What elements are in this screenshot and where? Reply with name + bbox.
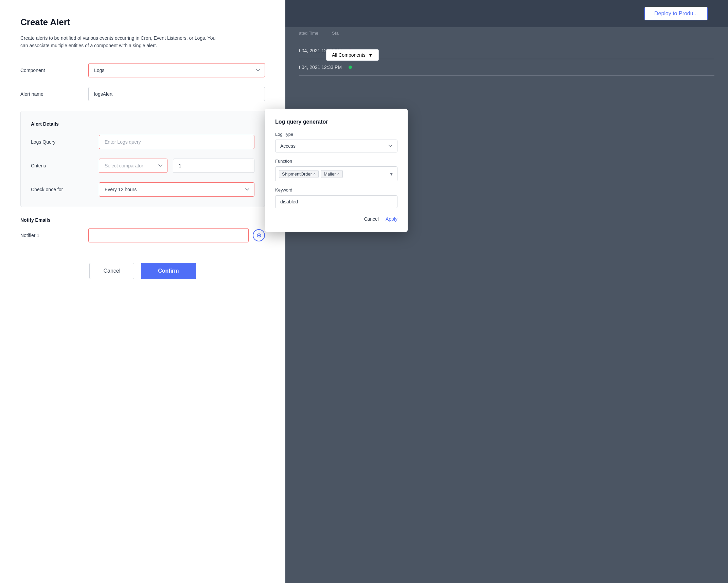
notifier1-label: Notifier 1	[20, 233, 88, 238]
status-dot	[349, 66, 352, 69]
criteria-number-input[interactable]: 1	[173, 159, 254, 173]
remove-shipmentorder-icon[interactable]: ×	[313, 171, 316, 176]
notifier1-input[interactable]	[88, 228, 249, 242]
row-time: t 04, 2021 12:33 PM	[299, 65, 342, 70]
background-panel: Deploy to Produ... ated Time Sta t 04, 2…	[285, 0, 728, 583]
function-tag-mailer: Mailer ×	[321, 170, 342, 178]
log-type-select[interactable]: AccessErrorSystem	[275, 140, 397, 152]
check-once-select[interactable]: Every 12 hoursEvery hourEvery 6 hoursEve…	[99, 182, 254, 197]
col-time: ated Time	[299, 31, 318, 36]
logs-query-input[interactable]	[99, 135, 254, 149]
log-type-label: Log Type	[275, 132, 397, 137]
deploy-button[interactable]: Deploy to Produ...	[644, 7, 708, 20]
alert-name-input[interactable]	[88, 87, 265, 101]
panel-footer: Cancel Apply	[275, 216, 397, 222]
table-row: t 04, 2021 12:33 PM	[299, 59, 714, 76]
modal-footer: Cancel Confirm	[20, 263, 265, 279]
confirm-button[interactable]: Confirm	[141, 263, 196, 279]
table-header: ated Time Sta	[285, 27, 728, 39]
col-status: Sta	[332, 31, 339, 36]
function-field[interactable]: ShipmentOrder × Mailer × ▼	[275, 166, 397, 181]
criteria-select[interactable]: Select comparator	[99, 159, 167, 173]
check-once-label: Check once for	[31, 187, 99, 192]
alert-name-label: Alert name	[20, 91, 88, 97]
component-select[interactable]: LogsCronEvent Listeners	[88, 63, 265, 77]
criteria-row: Criteria Select comparator 1	[31, 159, 254, 173]
notifier1-row: Notifier 1 ⊕	[20, 228, 265, 242]
dropdown-arrow-icon: ▼	[368, 52, 373, 58]
logs-query-label: Logs Query	[31, 139, 99, 145]
function-label: Function	[275, 159, 397, 164]
all-components-dropdown[interactable]: All Components ▼	[326, 49, 379, 61]
alert-details-title: Alert Details	[31, 121, 254, 127]
add-notifier-button[interactable]: ⊕	[253, 229, 265, 241]
notify-emails-section: Notify Emails Notifier 1 ⊕	[20, 217, 265, 242]
remove-mailer-icon[interactable]: ×	[337, 171, 340, 176]
keyword-input[interactable]	[275, 195, 397, 208]
create-alert-modal: Create Alert Create alerts to be notifie…	[0, 0, 285, 583]
function-tag-shipmentorder: ShipmentOrder ×	[279, 170, 319, 178]
panel-apply-button[interactable]: Apply	[386, 216, 397, 222]
cancel-button[interactable]: Cancel	[89, 263, 134, 279]
bg-header: Deploy to Produ...	[285, 0, 728, 27]
modal-title: Create Alert	[20, 17, 265, 28]
all-components-label: All Components	[332, 52, 366, 58]
panel-cancel-button[interactable]: Cancel	[364, 216, 379, 222]
function-dropdown-arrow-icon[interactable]: ▼	[389, 171, 394, 177]
log-query-panel: Log query generator Log Type AccessError…	[265, 109, 408, 232]
keyword-label: Keyword	[275, 187, 397, 193]
check-once-row: Check once for Every 12 hoursEvery hourE…	[31, 182, 254, 197]
alert-details-section: Alert Details Logs Query Criteria Select…	[20, 111, 265, 207]
criteria-label: Criteria	[31, 163, 99, 168]
modal-description: Create alerts to be notified of various …	[20, 34, 224, 50]
component-label: Component	[20, 68, 88, 73]
logs-query-row: Logs Query	[31, 135, 254, 149]
panel-title: Log query generator	[275, 119, 397, 125]
alert-name-row: Alert name	[20, 87, 265, 101]
component-row: Component LogsCronEvent Listeners	[20, 63, 265, 77]
notify-emails-title: Notify Emails	[20, 217, 265, 223]
